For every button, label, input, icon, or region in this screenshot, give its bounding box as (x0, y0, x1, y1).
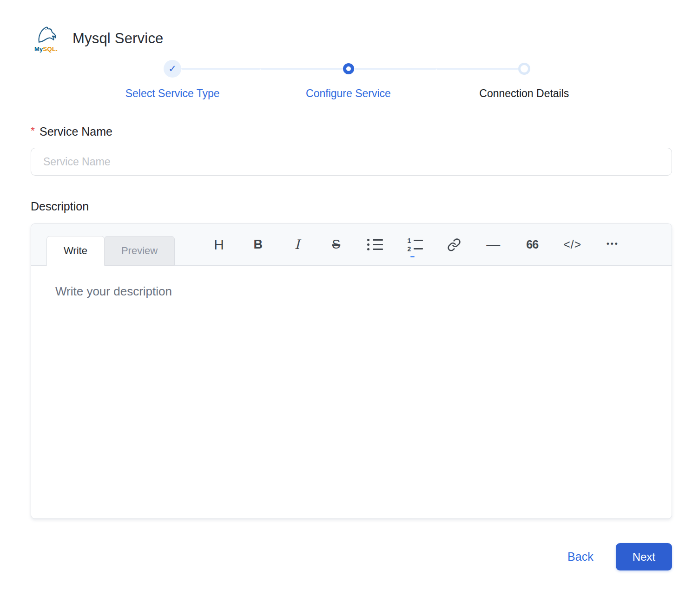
more-options-icon[interactable]: ••• (605, 235, 620, 255)
step-active-circle (343, 63, 354, 74)
connector-line (530, 68, 612, 70)
step-label-connection-details: Connection Details (479, 87, 569, 100)
back-button[interactable]: Back (567, 550, 593, 564)
heading-icon[interactable]: H (211, 235, 227, 255)
editor-tabs: Write Preview (46, 236, 175, 265)
wizard-stepper: ✓ Select Service Type Configure Service … (85, 59, 612, 100)
connector-line (181, 68, 260, 70)
strikethrough-icon[interactable]: S (328, 235, 344, 255)
bold-icon[interactable]: B (250, 235, 266, 255)
step-label-select-service-type: Select Service Type (125, 87, 220, 100)
code-icon[interactable]: </> (563, 235, 581, 255)
check-icon: ✓ (168, 64, 177, 73)
step-completed-circle: ✓ (164, 60, 181, 78)
editor-toolbar: H B I S 1 2 (211, 235, 620, 255)
italic-icon[interactable]: I (289, 235, 305, 255)
description-label: Description (31, 200, 672, 213)
logo-text-my: My (34, 46, 43, 52)
mysql-service-wizard-page: MySQL. Mysql Service ✓ Select Service Ty… (0, 0, 699, 616)
step-upcoming-circle (518, 63, 530, 75)
horizontal-rule-icon[interactable]: — (485, 235, 501, 255)
mysql-dolphin-icon (33, 25, 59, 46)
service-name-input[interactable] (31, 148, 672, 176)
ordered-list-icon[interactable]: 1 2 (406, 235, 423, 255)
mysql-logo: MySQL. (31, 25, 61, 52)
wizard-footer: Back Next (31, 543, 672, 570)
connector-line (354, 68, 436, 70)
logo-text-sql: SQL. (43, 46, 58, 52)
step-label-configure-service: Configure Service (306, 87, 391, 100)
step-select-service-type[interactable]: ✓ Select Service Type (85, 59, 260, 100)
editor-content-area (31, 266, 672, 518)
step-track (260, 59, 436, 78)
description-field: Description Write Preview H B I S (31, 200, 672, 519)
page-title: Mysql Service (73, 30, 164, 47)
service-name-label-text: Service Name (40, 125, 112, 138)
quote-icon[interactable]: 66 (524, 235, 540, 255)
unordered-list-icon[interactable] (367, 235, 383, 255)
page-header: MySQL. Mysql Service (31, 25, 672, 52)
service-name-label: *Service Name (31, 125, 672, 138)
description-textarea[interactable] (31, 266, 672, 518)
connector-line (85, 68, 164, 70)
connector-line (260, 68, 343, 70)
step-track (436, 59, 612, 78)
next-button[interactable]: Next (616, 543, 672, 570)
link-icon[interactable] (446, 235, 462, 255)
required-asterisk: * (31, 125, 35, 137)
tab-preview[interactable]: Preview (104, 236, 175, 266)
mysql-logo-text: MySQL. (34, 46, 58, 52)
markdown-editor: Write Preview H B I S (31, 223, 672, 519)
step-track: ✓ (85, 59, 260, 78)
step-connection-details: Connection Details (436, 59, 612, 100)
tab-write[interactable]: Write (46, 236, 105, 266)
editor-header: Write Preview H B I S (31, 224, 672, 266)
connector-line (436, 68, 518, 70)
step-configure-service[interactable]: Configure Service (260, 59, 436, 100)
service-name-field: *Service Name (31, 125, 672, 176)
